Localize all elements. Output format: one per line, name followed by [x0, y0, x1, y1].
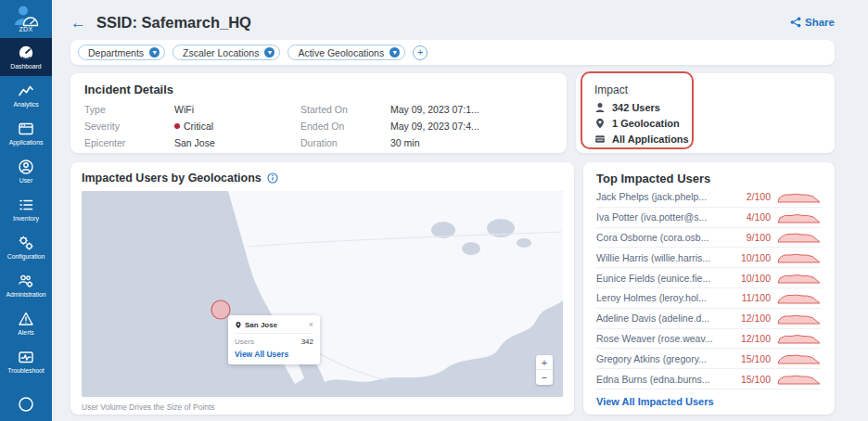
close-icon[interactable]: ×: [309, 320, 313, 329]
incident-details-title: Incident Details: [84, 83, 553, 96]
field-label-duration: Duration: [300, 137, 390, 148]
sidebar-item-dashboard[interactable]: Dashboard: [0, 38, 52, 76]
view-all-users-link[interactable]: View All Users: [235, 350, 313, 359]
popup-location: San Jose: [245, 321, 277, 329]
back-button[interactable]: ←: [70, 15, 86, 31]
user-score: 15/100: [741, 374, 771, 385]
line-chart-icon: [18, 83, 34, 98]
field-label-started-on: Started On: [300, 104, 390, 115]
field-label-type: Type: [84, 104, 174, 115]
popup-users-label: Users: [235, 338, 254, 346]
field-value-epicenter: San Jose: [174, 137, 300, 148]
sidebar-item-bottom[interactable]: [0, 386, 52, 415]
field-value-started-on: May 09, 2023 07:1...: [390, 104, 553, 115]
field-label-epicenter: Epicenter: [84, 137, 174, 148]
user-circle-icon: [18, 159, 34, 174]
impact-title: Impact: [594, 83, 835, 96]
score-sparkline: [777, 211, 822, 223]
user-score: 15/100: [741, 353, 771, 364]
incident-details-grid: Type WiFi Started On May 09, 2023 07:1..…: [84, 104, 553, 148]
user-link[interactable]: Adeline Davis (adeline.d...: [596, 313, 737, 324]
filter-bar: Departments ▼ Zscaler Locations ▼ Active…: [70, 40, 835, 65]
san-jose-map-marker[interactable]: [211, 300, 230, 319]
bottom-row: Impacted Users by Geolocations: [70, 162, 835, 415]
impact-list: 342 Users 1 Geolocation All Applica: [594, 102, 835, 145]
map-card-title: Impacted Users by Geolocations: [82, 172, 262, 185]
info-icon[interactable]: [267, 172, 278, 184]
sidebar-item-configuration[interactable]: Configuration: [0, 228, 52, 266]
score-sparkline: [777, 272, 822, 284]
map-zoom-controls: + −: [536, 355, 553, 385]
main-content: ← SSID: Safemarch_HQ Share Departments ▼…: [52, 0, 868, 421]
impact-card: Impact 342 Users 1 Geolocation: [576, 73, 835, 153]
chevron-down-icon: ▼: [389, 47, 400, 57]
user-link[interactable]: Jack Phelps (jack.phelp...: [596, 191, 743, 202]
user-link[interactable]: Willie Harris (willie.harris...: [596, 252, 737, 263]
user-row: Eunice Fields (eunice.fie... 10/100: [596, 268, 822, 288]
user-link[interactable]: Rose Weaver (rose.weav...: [596, 333, 737, 344]
sidebar-item-inventory[interactable]: Inventory: [0, 190, 52, 228]
browser-window-icon: [18, 121, 34, 136]
user-link[interactable]: Edna Burns (edna.burns...: [596, 374, 737, 385]
list-icon: [18, 197, 34, 212]
user-row: Edna Burns (edna.burns... 15/100: [596, 369, 822, 389]
filter-pill-departments[interactable]: Departments ▼: [78, 45, 165, 60]
user-row: Cora Osborne (cora.osb... 9/100: [596, 228, 822, 249]
user-score: 10/100: [741, 252, 771, 263]
share-label: Share: [805, 17, 835, 28]
user-link[interactable]: Cora Osborne (cora.osb...: [596, 232, 743, 243]
share-button[interactable]: Share: [790, 17, 835, 28]
pulse-window-icon: [18, 349, 34, 364]
sidebar-item-administration[interactable]: Administration: [0, 266, 52, 304]
user-row: Leroy Holmes (leroy.hol... 11/100: [596, 288, 822, 309]
user-link[interactable]: Eunice Fields (eunice.fie...: [596, 273, 737, 284]
field-label-ended-on: Ended On: [300, 121, 390, 132]
sidebar-item-applications[interactable]: Applications: [0, 114, 52, 152]
popup-users-value: 342: [301, 338, 313, 346]
score-sparkline: [777, 332, 822, 344]
score-sparkline: [777, 313, 822, 325]
user-row: Gregory Atkins (gregory... 15/100: [596, 349, 822, 369]
warning-triangle-icon: [18, 311, 34, 326]
chevron-down-icon: ▼: [264, 47, 274, 57]
field-value-duration: 30 min: [390, 137, 553, 148]
zdx-logo-icon: [12, 8, 40, 24]
dashboard-gauge-icon: [18, 45, 34, 60]
sidebar-item-user[interactable]: User: [0, 152, 52, 190]
sidebar-item-alerts[interactable]: Alerts: [0, 304, 52, 342]
user-row: Adeline Davis (adeline.d... 12/100: [596, 309, 822, 329]
gears-icon: [18, 235, 34, 250]
view-all-impacted-users-link[interactable]: View All Impacted Users: [596, 396, 822, 407]
applications-icon: [594, 134, 606, 145]
zoom-in-button[interactable]: +: [536, 355, 553, 370]
field-value-ended-on: May 09, 2023 07:4...: [390, 121, 553, 132]
add-filter-button[interactable]: +: [413, 45, 428, 60]
score-sparkline: [777, 231, 822, 243]
us-map[interactable]: San Jose × Users 342 View All Users + −: [82, 191, 563, 397]
circle-icon: [18, 392, 34, 408]
sidebar: ZDX Dashboard Analytics: [0, 0, 52, 421]
page-title: SSID: Safemarch_HQ: [96, 14, 251, 32]
user-score: 10/100: [741, 273, 771, 284]
zdx-logo[interactable]: ZDX: [0, 0, 52, 38]
user-row: Rose Weaver (rose.weav... 12/100: [596, 329, 822, 350]
sidebar-item-troubleshoot[interactable]: Troubleshoot: [0, 342, 52, 380]
field-label-severity: Severity: [84, 121, 174, 132]
user-link[interactable]: Gregory Atkins (gregory...: [596, 353, 737, 364]
user-row: Jack Phelps (jack.phelp... 2/100: [596, 187, 822, 208]
user-link[interactable]: Iva Potter (iva.potter@s...: [596, 211, 743, 223]
user-score: 12/100: [741, 313, 771, 324]
user-link[interactable]: Leroy Holmes (leroy.hol...: [596, 292, 738, 303]
zdx-logo-label: ZDX: [19, 26, 32, 32]
incident-details-card: Incident Details Type WiFi Started On Ma…: [70, 73, 567, 153]
page-header: ← SSID: Safemarch_HQ Share: [70, 11, 835, 33]
score-sparkline: [777, 352, 822, 364]
sidebar-item-analytics[interactable]: Analytics: [0, 76, 52, 114]
filter-pill-zscaler-locations[interactable]: Zscaler Locations ▼: [172, 45, 280, 60]
share-icon: [790, 17, 801, 28]
user-score: 4/100: [747, 211, 771, 223]
zoom-out-button[interactable]: −: [536, 370, 553, 385]
field-value-severity: Critical: [174, 121, 300, 132]
user-score: 11/100: [742, 292, 771, 303]
filter-pill-active-geolocations[interactable]: Active Geolocations ▼: [287, 45, 405, 60]
